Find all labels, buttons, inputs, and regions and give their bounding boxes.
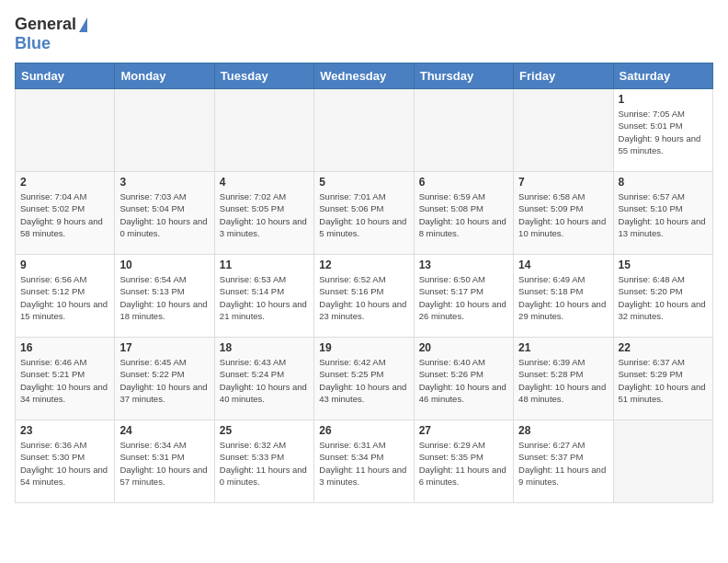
calendar-cell: 7Sunrise: 6:58 AM Sunset: 5:09 PM Daylig… <box>514 172 613 255</box>
calendar-week-row: 23Sunrise: 6:36 AM Sunset: 5:30 PM Dayli… <box>16 420 713 503</box>
weekday-header-saturday: Saturday <box>613 63 712 89</box>
calendar-cell: 10Sunrise: 6:54 AM Sunset: 5:13 PM Dayli… <box>115 255 214 338</box>
day-info: Sunrise: 6:29 AM Sunset: 5:35 PM Dayligh… <box>419 439 508 488</box>
day-info: Sunrise: 6:40 AM Sunset: 5:26 PM Dayligh… <box>419 356 508 405</box>
day-info: Sunrise: 6:37 AM Sunset: 5:29 PM Dayligh… <box>619 356 708 405</box>
calendar-cell: 27Sunrise: 6:29 AM Sunset: 5:35 PM Dayli… <box>414 420 513 503</box>
day-number: 23 <box>20 424 109 437</box>
calendar-cell: 20Sunrise: 6:40 AM Sunset: 5:26 PM Dayli… <box>414 338 513 420</box>
day-info: Sunrise: 6:57 AM Sunset: 5:10 PM Dayligh… <box>619 190 708 239</box>
weekday-header-thursday: Thursday <box>414 63 513 89</box>
calendar-cell: 2Sunrise: 7:04 AM Sunset: 5:02 PM Daylig… <box>16 172 115 255</box>
calendar-cell: 17Sunrise: 6:45 AM Sunset: 5:22 PM Dayli… <box>115 338 214 420</box>
calendar-cell: 8Sunrise: 6:57 AM Sunset: 5:10 PM Daylig… <box>613 172 712 255</box>
day-info: Sunrise: 7:02 AM Sunset: 5:05 PM Dayligh… <box>220 190 309 239</box>
day-info: Sunrise: 6:48 AM Sunset: 5:20 PM Dayligh… <box>619 273 708 322</box>
page-header: General Blue <box>15 15 713 53</box>
calendar-cell: 5Sunrise: 7:01 AM Sunset: 5:06 PM Daylig… <box>314 172 414 255</box>
day-info: Sunrise: 6:52 AM Sunset: 5:16 PM Dayligh… <box>319 273 408 322</box>
calendar-cell <box>613 420 712 503</box>
day-number: 25 <box>220 424 309 437</box>
day-info: Sunrise: 6:39 AM Sunset: 5:28 PM Dayligh… <box>518 356 608 405</box>
calendar-cell: 9Sunrise: 6:56 AM Sunset: 5:12 PM Daylig… <box>16 255 115 338</box>
day-number: 16 <box>20 341 109 354</box>
calendar-cell <box>16 89 115 172</box>
day-number: 11 <box>220 259 309 271</box>
day-info: Sunrise: 6:59 AM Sunset: 5:08 PM Dayligh… <box>419 190 508 239</box>
day-number: 22 <box>619 341 708 354</box>
calendar-cell: 13Sunrise: 6:50 AM Sunset: 5:17 PM Dayli… <box>414 255 513 338</box>
day-info: Sunrise: 6:43 AM Sunset: 5:24 PM Dayligh… <box>220 356 309 405</box>
day-info: Sunrise: 6:27 AM Sunset: 5:37 PM Dayligh… <box>518 439 608 488</box>
day-info: Sunrise: 6:50 AM Sunset: 5:17 PM Dayligh… <box>419 273 508 322</box>
calendar-cell <box>314 89 414 172</box>
day-info: Sunrise: 6:56 AM Sunset: 5:12 PM Dayligh… <box>20 273 109 322</box>
day-info: Sunrise: 6:49 AM Sunset: 5:18 PM Dayligh… <box>518 273 608 322</box>
calendar-week-row: 9Sunrise: 6:56 AM Sunset: 5:12 PM Daylig… <box>16 255 713 338</box>
day-number: 6 <box>419 176 508 189</box>
day-info: Sunrise: 6:31 AM Sunset: 5:34 PM Dayligh… <box>319 439 408 488</box>
logo-general-text: General <box>15 15 76 34</box>
weekday-header-row: SundayMondayTuesdayWednesdayThursdayFrid… <box>16 63 713 89</box>
calendar-week-row: 2Sunrise: 7:04 AM Sunset: 5:02 PM Daylig… <box>16 172 713 255</box>
day-info: Sunrise: 7:01 AM Sunset: 5:06 PM Dayligh… <box>319 190 408 239</box>
day-number: 14 <box>518 259 608 271</box>
day-number: 26 <box>319 424 408 437</box>
day-number: 21 <box>518 341 608 354</box>
day-number: 8 <box>619 176 708 189</box>
day-info: Sunrise: 6:32 AM Sunset: 5:33 PM Dayligh… <box>220 439 309 488</box>
logo: General Blue <box>15 15 87 53</box>
day-number: 4 <box>220 176 309 189</box>
day-number: 19 <box>319 341 408 354</box>
day-info: Sunrise: 7:05 AM Sunset: 5:01 PM Dayligh… <box>619 108 708 156</box>
calendar-cell: 11Sunrise: 6:53 AM Sunset: 5:14 PM Dayli… <box>214 255 313 338</box>
day-info: Sunrise: 6:34 AM Sunset: 5:31 PM Dayligh… <box>119 439 209 488</box>
calendar-cell <box>214 89 313 172</box>
day-info: Sunrise: 6:46 AM Sunset: 5:21 PM Dayligh… <box>20 356 109 405</box>
calendar-cell: 23Sunrise: 6:36 AM Sunset: 5:30 PM Dayli… <box>16 420 115 503</box>
day-number: 2 <box>20 176 109 189</box>
calendar-cell: 25Sunrise: 6:32 AM Sunset: 5:33 PM Dayli… <box>214 420 313 503</box>
calendar-cell: 19Sunrise: 6:42 AM Sunset: 5:25 PM Dayli… <box>314 338 414 420</box>
calendar-cell: 24Sunrise: 6:34 AM Sunset: 5:31 PM Dayli… <box>115 420 214 503</box>
calendar-cell: 16Sunrise: 6:46 AM Sunset: 5:21 PM Dayli… <box>16 338 115 420</box>
day-number: 5 <box>319 176 408 189</box>
day-info: Sunrise: 7:04 AM Sunset: 5:02 PM Dayligh… <box>20 190 109 239</box>
calendar-cell: 21Sunrise: 6:39 AM Sunset: 5:28 PM Dayli… <box>514 338 613 420</box>
calendar-cell: 12Sunrise: 6:52 AM Sunset: 5:16 PM Dayli… <box>314 255 414 338</box>
day-number: 1 <box>619 93 708 106</box>
day-number: 12 <box>319 259 408 271</box>
day-number: 18 <box>220 341 309 354</box>
calendar-cell: 18Sunrise: 6:43 AM Sunset: 5:24 PM Dayli… <box>214 338 313 420</box>
weekday-header-sunday: Sunday <box>16 63 115 89</box>
logo-blue-text: Blue <box>15 34 51 52</box>
calendar-cell: 4Sunrise: 7:02 AM Sunset: 5:05 PM Daylig… <box>214 172 313 255</box>
weekday-header-friday: Friday <box>514 63 613 89</box>
calendar-cell: 28Sunrise: 6:27 AM Sunset: 5:37 PM Dayli… <box>514 420 613 503</box>
calendar-week-row: 16Sunrise: 6:46 AM Sunset: 5:21 PM Dayli… <box>16 338 713 420</box>
day-info: Sunrise: 6:36 AM Sunset: 5:30 PM Dayligh… <box>20 439 109 488</box>
day-number: 20 <box>419 341 508 354</box>
calendar-cell: 6Sunrise: 6:59 AM Sunset: 5:08 PM Daylig… <box>414 172 513 255</box>
calendar-cell <box>414 89 513 172</box>
weekday-header-tuesday: Tuesday <box>214 63 313 89</box>
calendar-week-row: 1Sunrise: 7:05 AM Sunset: 5:01 PM Daylig… <box>16 89 713 172</box>
calendar-cell <box>115 89 214 172</box>
calendar-cell: 15Sunrise: 6:48 AM Sunset: 5:20 PM Dayli… <box>613 255 712 338</box>
day-number: 9 <box>20 259 109 271</box>
day-info: Sunrise: 6:53 AM Sunset: 5:14 PM Dayligh… <box>220 273 309 322</box>
day-number: 24 <box>119 424 209 437</box>
calendar-cell: 14Sunrise: 6:49 AM Sunset: 5:18 PM Dayli… <box>514 255 613 338</box>
day-info: Sunrise: 6:54 AM Sunset: 5:13 PM Dayligh… <box>119 273 209 322</box>
day-info: Sunrise: 7:03 AM Sunset: 5:04 PM Dayligh… <box>119 190 209 239</box>
calendar-table: SundayMondayTuesdayWednesdayThursdayFrid… <box>15 63 713 503</box>
day-number: 10 <box>119 259 209 271</box>
day-info: Sunrise: 6:42 AM Sunset: 5:25 PM Dayligh… <box>319 356 408 405</box>
day-number: 3 <box>119 176 209 189</box>
calendar-cell <box>514 89 613 172</box>
day-number: 17 <box>119 341 209 354</box>
day-number: 15 <box>619 259 708 271</box>
weekday-header-wednesday: Wednesday <box>314 63 414 89</box>
day-number: 13 <box>419 259 508 271</box>
day-number: 27 <box>419 424 508 437</box>
